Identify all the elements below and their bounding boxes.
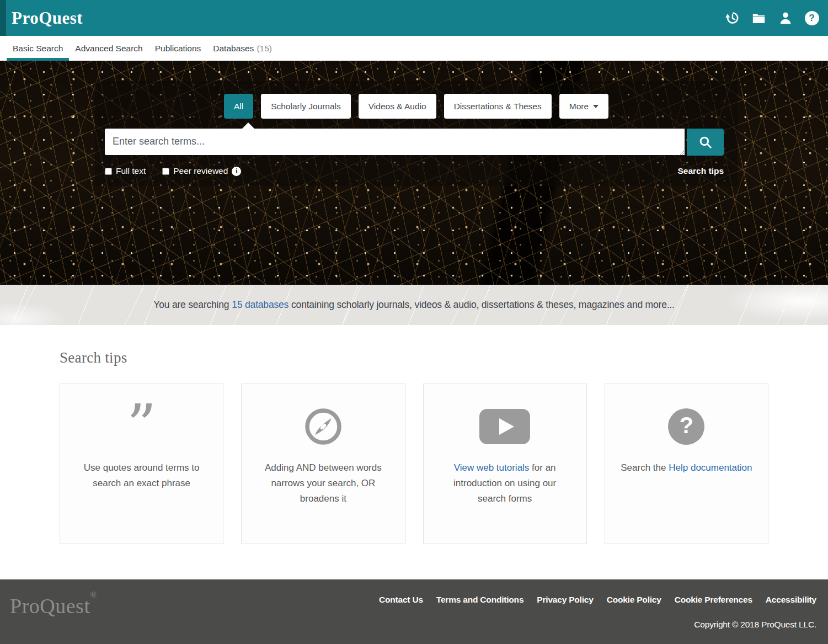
search-panel: All Scholarly Journals Videos & Audio Di… [95,81,738,186]
tip-card-operators-text: Adding AND between words narrows your se… [257,460,389,507]
footer-link-cookie-policy[interactable]: Cookie Policy [607,595,661,605]
nav-databases-label: Databases [213,44,254,54]
tip-card-quotes: ” Use quotes around terms to search an e… [60,384,223,544]
status-prefix: You are searching [153,299,229,311]
footer-link-accessibility[interactable]: Accessibility [766,595,816,605]
registered-trademark: ® [90,590,97,599]
tab-more[interactable]: More [559,94,608,119]
peer-reviewed-checkbox[interactable] [162,168,169,175]
compass-icon [242,403,404,450]
search-tabs: All Scholarly Journals Videos & Audio Di… [95,94,738,119]
search-input[interactable] [105,129,685,155]
tab-scholarly-journals[interactable]: Scholarly Journals [261,94,351,119]
tip-card-tutorials: View web tutorials for an introduction o… [423,384,587,544]
help-icon[interactable]: ? [804,10,819,25]
full-text-label: Full text [116,166,146,176]
header-icon-group: ? [725,0,819,36]
footer-link-terms[interactable]: Terms and Conditions [436,595,523,605]
peer-reviewed-label: Peer reviewed [173,166,228,176]
footer-right: Contact Us Terms and Conditions Privacy … [379,595,816,630]
hero-image: All Scholarly Journals Videos & Audio Di… [0,61,828,285]
nav-basic-search[interactable]: Basic Search [7,36,69,61]
header-accent-strip [0,0,6,36]
footer: ProQuest® Contact Us Terms and Condition… [0,579,828,644]
play-icon [424,403,586,450]
tab-more-label: More [569,102,589,111]
nav-advanced-search[interactable]: Advanced Search [69,36,148,61]
nav-databases-count: (15) [257,44,272,54]
tip-card-operators: Adding AND between words narrows your se… [241,384,405,544]
search-options: Full text Peer reviewed i Search tips [105,166,724,176]
my-account-icon[interactable] [778,10,793,25]
main-nav: Basic Search Advanced Search Publication… [0,36,828,61]
full-text-option[interactable]: Full text [105,166,146,176]
caret-down-icon [593,105,599,108]
tab-videos-audio-label: Videos & Audio [368,102,426,111]
tab-scholarly-journals-label: Scholarly Journals [271,102,341,111]
search-tips-link[interactable]: Search tips [677,166,724,176]
footer-link-privacy[interactable]: Privacy Policy [537,595,593,605]
tips-section: Search tips ” Use quotes around terms to… [0,325,828,544]
active-tab-pointer [242,123,254,129]
nav-advanced-search-label: Advanced Search [75,44,142,54]
saved-folder-icon[interactable] [751,10,766,25]
help-documentation-link[interactable]: Help documentation [669,462,752,473]
search-button[interactable] [687,129,724,156]
status-suffix: containing scholarly journals, videos & … [291,299,675,311]
proquest-page: ProQuest [0,0,828,644]
nav-basic-search-label: Basic Search [13,44,63,54]
footer-link-cookie-preferences[interactable]: Cookie Preferences [675,595,752,605]
quote-icon: ” [60,403,223,450]
search-bar [105,129,724,156]
full-text-checkbox[interactable] [105,168,112,175]
database-status-bar: You are searching 15 databases containin… [0,285,828,325]
tip-card-help-text: Search the Help documentation [620,460,752,476]
search-icon [698,135,713,150]
tab-videos-audio[interactable]: Videos & Audio [359,94,436,119]
tip-card-tutorials-text: View web tutorials for an introduction o… [439,460,571,507]
tips-heading: Search tips [60,349,768,366]
footer-links: Contact Us Terms and Conditions Privacy … [379,595,816,605]
databases-count-link[interactable]: 15 databases [232,299,289,311]
top-header: ProQuest [0,0,828,36]
tab-all-label: All [234,102,243,111]
help-question-glyph: ? [805,11,819,25]
web-tutorials-link[interactable]: View web tutorials [454,462,530,473]
footer-link-contact-us[interactable]: Contact Us [379,595,423,605]
tab-dissertations-theses-label: Dissertations & Theses [454,102,542,111]
copyright-text: Copyright © 2018 ProQuest LLC. [694,620,816,630]
nav-publications-label: Publications [155,44,201,54]
tab-all[interactable]: All [224,94,253,119]
footer-proquest-logo: ProQuest® [10,590,97,618]
tip-card-quotes-text: Use quotes around terms to search an exa… [76,460,208,491]
tips-cards: ” Use quotes around terms to search an e… [60,384,768,544]
question-icon: ? [605,403,768,450]
proquest-logo[interactable]: ProQuest [12,8,83,28]
tab-dissertations-theses[interactable]: Dissertations & Theses [444,94,552,119]
tip-card-help: ? Search the Help documentation [605,384,768,544]
info-icon[interactable]: i [232,167,241,176]
recent-searches-icon[interactable] [725,10,740,25]
peer-reviewed-option[interactable]: Peer reviewed i [162,166,241,176]
nav-publications[interactable]: Publications [149,36,207,61]
nav-databases[interactable]: Databases (15) [207,36,278,61]
